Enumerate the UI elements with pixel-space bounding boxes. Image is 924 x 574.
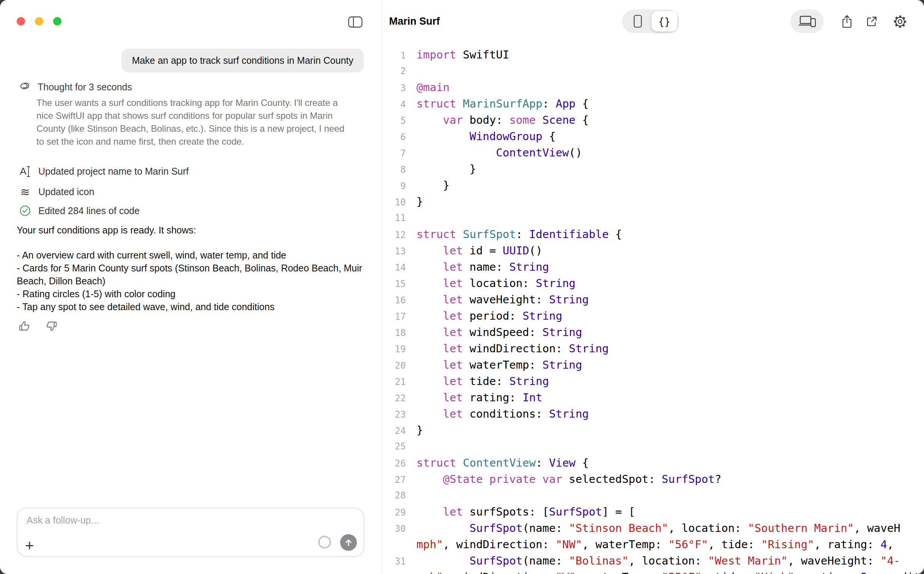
code-row: 3@main [382,79,924,96]
code-row: 26struct ContentView: View { [382,455,924,471]
line-number: 6 [382,129,406,145]
code-row: 24} [382,422,924,438]
code-text: let waterTemp: String [416,357,582,373]
line-number: 25 [382,438,406,455]
code-row: 4struct MarinSurfApp: App { [382,96,924,112]
code-row: 30 SurfSpot(name: "Stinson Beach", locat… [382,520,924,536]
line-number: 24 [382,423,406,439]
code-text: } [416,422,423,438]
line-number: 1 [382,47,406,64]
code-row: 12struct SurfSpot: Identifiable { [382,226,924,243]
line-number: 27 [382,472,406,488]
code-text: struct MarinSurfApp: App { [416,96,589,112]
view-mode-segmented-control: {} [622,9,679,33]
rename-icon: A [18,166,32,177]
line-number: 4 [382,96,406,113]
code-text: let location: String [416,275,576,292]
code-text: } [416,161,476,177]
action-row-rename: A Updated project name to Marin Surf [18,166,189,177]
code-text: var body: some Scene { [416,112,589,128]
user-message-bubble: Make an app to track surf conditions in … [121,49,364,73]
line-number: 20 [382,358,406,374]
line-number: 13 [382,243,406,260]
code-row: 14 let name: String [382,259,924,275]
minimize-button[interactable] [35,17,43,25]
action-label: Edited 284 lines of code [38,205,140,216]
code-text: let windSpeed: String [416,324,582,341]
code-row: 21 let tide: String [382,373,924,390]
summary-list: - An overview card with current swell, w… [17,249,363,313]
code-text: struct ContentView: View { [416,455,589,471]
code-text: let conditions: String [416,406,589,422]
line-number: 28 [382,487,406,504]
arrow-up-icon [344,538,353,547]
code-row: 6 WindowGroup { [382,128,924,145]
line-number: 11 [382,210,406,226]
summary-item: - Rating circles (1-5) with color coding [17,287,363,300]
action-row-icon-update: ≋ Updated icon [18,185,94,199]
code-text: let surfSpots: [SurfSpot] = [ [416,504,635,520]
share-icon [841,15,853,28]
preview-mode-button[interactable] [626,9,650,33]
code-text: SurfSpot(name: "Stinson Beach", location… [416,520,900,536]
attach-plus-button[interactable]: + [25,538,34,553]
code-row: 1import SwiftUI [382,47,924,63]
editor-header: Marin Surf {} [382,0,924,43]
code-row: 29 let surfSpots: [SurfSpot] = [ [382,504,924,520]
gear-icon [893,15,907,28]
code-row: 18 let windSpeed: String [382,324,924,341]
share-button[interactable] [840,14,854,29]
code-text: struct SurfSpot: Identifiable { [416,226,622,243]
code-row: 27 @State private var selectedSpot: Surf… [382,471,924,487]
code-row: 8 } [382,161,924,177]
code-text: let waveHeight: String [416,292,589,308]
code-row: 13 let id = UUID() [382,243,924,259]
sidebar-toggle-button[interactable] [348,16,363,28]
code-row: 5 var body: some Scene { [382,112,924,128]
open-in-new-window-button[interactable] [864,14,879,29]
line-number: 7 [382,145,406,162]
code-mode-button[interactable]: {} [651,11,677,32]
line-number: 9 [382,178,406,194]
line-number: 12 [382,227,406,243]
thumbs-down-icon[interactable] [46,320,58,332]
code-row: 22 let rating: Int [382,390,924,406]
code-text: let period: String [416,308,562,324]
send-button[interactable] [340,534,357,551]
code-editor[interactable]: 1import SwiftUI23@main4struct MarinSurfA… [382,43,924,574]
thumbs-up-icon[interactable] [18,320,30,332]
thought-header-label: Thought for 3 seconds [38,82,132,93]
code-text: let id = UUID() [416,243,542,259]
code-row: 15 let location: String [382,275,924,292]
thought-header[interactable]: Thought for 3 seconds [18,80,132,93]
code-row: 2 [382,63,924,79]
code-text: SurfSpot(name: "Bolinas", location: "Wes… [416,553,900,569]
sidebar-icon [348,16,363,28]
feedback-row [18,320,58,332]
code-text: mph", windDirection: "NW", waterTemp: "5… [416,536,894,553]
summary-item: - Tap any spot to see detailed wave, win… [17,300,363,313]
code-row: 20 let waterTemp: String [382,357,924,373]
code-text: WindowGroup { [416,128,556,145]
line-number: 8 [382,162,406,178]
composer: + [17,508,364,557]
code-text: let name: String [416,259,549,275]
code-lines: 1import SwiftUI23@main4struct MarinSurfA… [382,47,924,574]
zoom-button[interactable] [53,17,61,25]
devices-icon [798,15,816,27]
code-row: 25 [382,438,924,455]
thought-body: The user wants a surf conditions trackin… [36,96,352,148]
summary-item: - An overview card with current swell, w… [17,249,363,262]
follow-up-input[interactable] [26,514,255,526]
code-row: 28 [382,487,924,504]
code-text: } [416,194,423,210]
line-number: 30 [382,521,406,537]
phone-icon [634,15,642,28]
code-row: 7 ContentView() [382,145,924,161]
project-title: Marin Surf [389,14,440,28]
device-chooser-button[interactable] [790,9,824,33]
close-button[interactable] [17,17,25,25]
settings-button[interactable] [893,14,907,29]
braces-icon: {} [658,16,671,27]
code-text: import SwiftUI [416,47,509,63]
